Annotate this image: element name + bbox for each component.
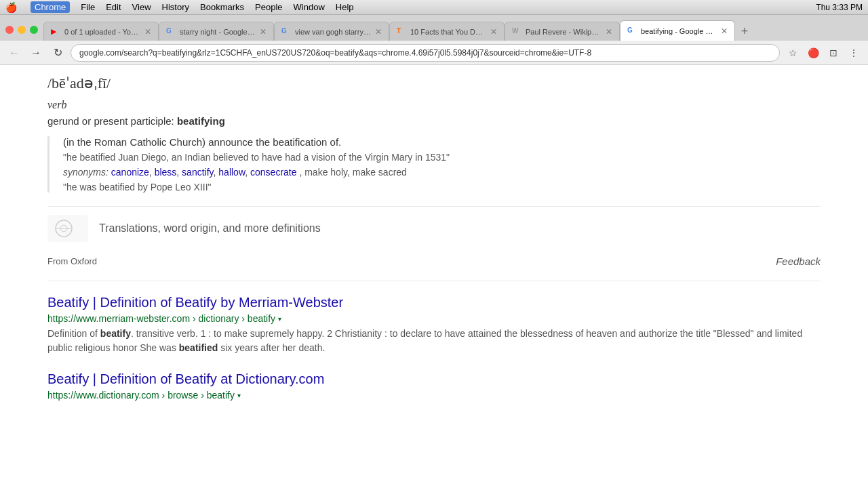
translations-icon	[47, 215, 88, 242]
snippet-text-1b: . transitive verb. 1 : to make supremely…	[47, 328, 802, 353]
tab-paul-revere-label: Paul Revere - Wikipedia	[526, 28, 601, 36]
tab-van-gogh[interactable]: G view van gogh starry nigh... ✕	[274, 22, 389, 41]
tab-10-facts[interactable]: T 10 Facts that You Don't K... ✕	[389, 22, 505, 41]
tab-close-starry[interactable]: ✕	[260, 27, 267, 37]
wikipedia-favicon-icon: W	[512, 27, 521, 37]
youtube-favicon-icon: ▶	[51, 27, 60, 37]
snippet-bold-1a: beatify	[100, 328, 131, 339]
menu-time: Thu 3:33 PM	[816, 3, 863, 12]
result-url-text-1: https://www.merriam-webster.com › dictio…	[47, 313, 275, 324]
menu-item-file[interactable]: File	[81, 2, 95, 12]
gerund-word: beatifying	[177, 115, 225, 127]
pronunciation-text: /bēˈadəˌfī/	[47, 65, 821, 99]
menu-icon[interactable]: ⋮	[845, 44, 863, 62]
tab-10-facts-label: 10 Facts that You Don't K...	[410, 28, 486, 36]
synonym-sanctify[interactable]: sanctify	[182, 167, 213, 178]
synonym-bless[interactable]: bless	[155, 167, 177, 178]
google-favicon-icon-3: G	[627, 26, 637, 36]
synonym-consecrate[interactable]: consecrate	[250, 167, 296, 178]
tabs-container: ▶ 0 of 1 uploaded - YouTube ✕ G starry n…	[43, 20, 868, 41]
menu-item-edit[interactable]: Edit	[106, 2, 121, 12]
tab-close-facts[interactable]: ✕	[490, 27, 497, 37]
minimize-button[interactable]	[18, 26, 26, 34]
menu-item-window[interactable]: Window	[294, 2, 325, 12]
google-favicon-icon-2: G	[281, 27, 291, 37]
tab-van-gogh-label: view van gogh starry nigh...	[295, 28, 371, 36]
tab-close-vangogh[interactable]: ✕	[375, 27, 382, 37]
synonyms-suffix: , make holy, make sacred	[299, 167, 406, 178]
example-text-1: "he beatified Juan Diego, an Indian beli…	[63, 152, 821, 163]
translations-text: Translations, word origin, and more defi…	[99, 222, 321, 235]
result-url-2: https://www.dictionary.com › browse › be…	[47, 390, 821, 401]
url-dropdown-icon-1[interactable]: ▾	[278, 315, 281, 323]
snippet-text-1a: Definition of	[47, 328, 100, 339]
snippet-text-1c: six years after her death.	[218, 342, 325, 353]
toolbar: ← → ↻ google.com/search?q=beatifying&rlz…	[0, 41, 868, 65]
search-result-1: Beatify | Definition of Beatify by Merri…	[47, 295, 821, 355]
toolbar-right: ☆ 🔴 ⊡ ⋮	[784, 44, 863, 62]
menu-item-people[interactable]: People	[255, 2, 282, 12]
page-content: /bēˈadəˌfī/ verb gerund or present parti…	[0, 65, 868, 488]
from-oxford-row: From Oxford Feedback	[47, 250, 821, 281]
part-of-speech: verb	[47, 99, 821, 111]
tab-beatifying[interactable]: G beatifying - Google Sear... ✕	[620, 20, 735, 41]
cast-icon[interactable]: ⊡	[825, 44, 842, 62]
extension-icon[interactable]: 🔴	[804, 44, 822, 62]
result-url-text-2: https://www.dictionary.com › browse › be…	[47, 390, 235, 401]
tab-close-beatifying[interactable]: ✕	[721, 26, 728, 36]
result-snippet-1: Definition of beatify. transitive verb. …	[47, 327, 821, 355]
synonym-hallow[interactable]: hallow	[218, 167, 245, 178]
close-button[interactable]	[5, 26, 14, 34]
result-title-2[interactable]: Beatify | Definition of Beatify at Dicti…	[47, 371, 821, 387]
tab-youtube-label: 0 of 1 uploaded - YouTube	[64, 28, 140, 36]
result-url-1: https://www.merriam-webster.com › dictio…	[47, 313, 821, 324]
menu-item-chrome[interactable]: Chrome	[31, 1, 70, 13]
synonym-canonize[interactable]: canonize	[111, 167, 149, 178]
gerund-label: gerund or present participle:	[47, 115, 174, 127]
definition-block: (in the Roman Catholic Church) announce …	[47, 136, 821, 192]
synonyms-list: canonize, bless, sanctify, hallow, conse…	[111, 167, 407, 178]
menu-bar-right: Thu 3:33 PM	[816, 3, 863, 12]
tab-close-revere[interactable]: ✕	[606, 27, 612, 37]
new-tab-button[interactable]: +	[735, 22, 754, 41]
tab-youtube[interactable]: ▶ 0 of 1 uploaded - YouTube ✕	[43, 22, 159, 41]
menu-item-view[interactable]: View	[132, 2, 151, 12]
menu-item-bookmarks[interactable]: Bookmarks	[200, 2, 244, 12]
back-button[interactable]: ←	[5, 44, 23, 62]
result-title-1[interactable]: Beatify | Definition of Beatify by Merri…	[47, 295, 821, 310]
gerund-line: gerund or present participle: beatifying	[47, 115, 821, 127]
traffic-lights	[5, 26, 38, 41]
pronunciation: /bēˈadəˌfī/	[47, 65, 821, 99]
synonyms-label: synonyms:	[63, 167, 108, 178]
definition-text: (in the Roman Catholic Church) announce …	[63, 136, 821, 148]
forward-button[interactable]: →	[27, 44, 45, 62]
address-bar[interactable]: google.com/search?q=beatifying&rlz=1C5CH…	[71, 44, 780, 62]
apple-logo-icon[interactable]: 🍎	[5, 2, 17, 13]
feedback-link[interactable]: Feedback	[776, 256, 821, 267]
snippet-bold-1b: beatified	[179, 342, 218, 353]
address-text: google.com/search?q=beatifying&rlz=1C5CH…	[79, 48, 591, 58]
search-result-2: Beatify | Definition of Beatify at Dicti…	[47, 371, 821, 401]
synonyms-line: synonyms: canonize, bless, sanctify, hal…	[63, 167, 821, 178]
tab-starry-night-label: starry night - Google Sea...	[180, 28, 256, 36]
translations-row[interactable]: Translations, word origin, and more defi…	[47, 206, 821, 250]
tab-starry-night[interactable]: G starry night - Google Sea... ✕	[159, 22, 274, 41]
tab-beatifying-label: beatifying - Google Sear...	[641, 27, 717, 35]
bookmark-icon[interactable]: ☆	[784, 44, 802, 62]
reload-button[interactable]: ↻	[49, 44, 66, 62]
maximize-button[interactable]	[30, 26, 38, 34]
tab-close-youtube[interactable]: ✕	[144, 27, 151, 37]
facts-favicon-icon: T	[397, 27, 406, 37]
menu-item-history[interactable]: History	[162, 2, 189, 12]
example-text-2: "he was beatified by Pope Leo XIII"	[63, 182, 821, 192]
source-label: From Oxford	[47, 256, 97, 266]
google-favicon-icon-1: G	[166, 27, 176, 37]
tab-bar: ▶ 0 of 1 uploaded - YouTube ✕ G starry n…	[0, 15, 868, 41]
menu-bar: 🍎 Chrome File Edit View History Bookmark…	[0, 0, 868, 15]
tab-paul-revere[interactable]: W Paul Revere - Wikipedia ✕	[505, 22, 620, 41]
menu-item-help[interactable]: Help	[336, 2, 354, 12]
url-dropdown-icon-2[interactable]: ▾	[237, 392, 241, 399]
